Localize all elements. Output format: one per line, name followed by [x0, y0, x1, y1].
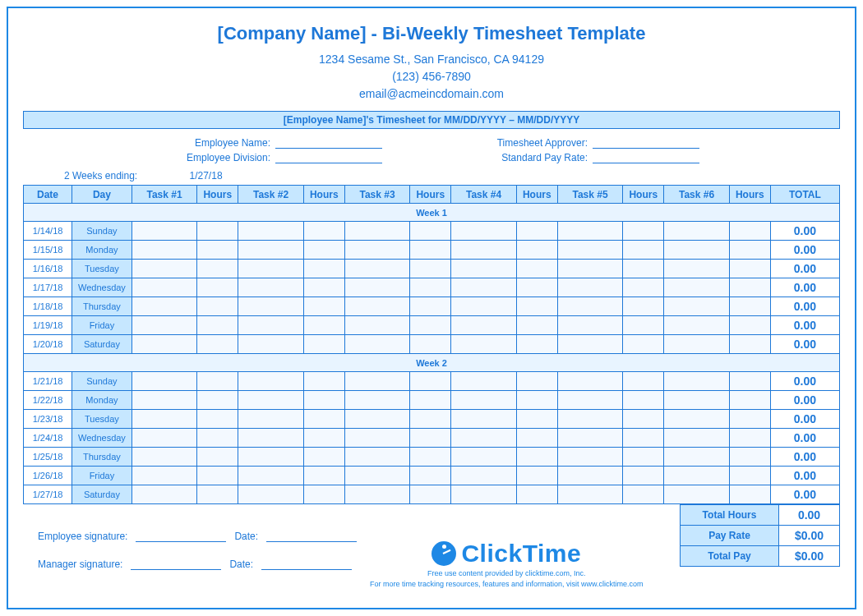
hours-cell[interactable] [410, 485, 451, 504]
hours-cell[interactable] [303, 485, 344, 504]
task-cell[interactable] [664, 372, 730, 391]
hours-cell[interactable] [197, 448, 238, 467]
task-cell[interactable] [344, 410, 410, 429]
hours-cell[interactable] [729, 429, 770, 448]
task-cell[interactable] [238, 316, 304, 335]
task-cell[interactable] [451, 485, 517, 504]
task-cell[interactable] [664, 410, 730, 429]
hours-cell[interactable] [729, 467, 770, 485]
task-cell[interactable] [451, 467, 517, 485]
task-cell[interactable] [238, 467, 304, 485]
task-cell[interactable] [451, 335, 517, 354]
pay-rate-input[interactable] [593, 152, 699, 163]
hours-cell[interactable] [729, 222, 770, 241]
task-cell[interactable] [344, 316, 410, 335]
task-cell[interactable] [557, 335, 623, 354]
hours-cell[interactable] [623, 372, 664, 391]
hours-cell[interactable] [303, 260, 344, 278]
hours-cell[interactable] [729, 448, 770, 467]
hours-cell[interactable] [303, 335, 344, 354]
hours-cell[interactable] [410, 335, 451, 354]
hours-cell[interactable] [729, 410, 770, 429]
task-cell[interactable] [344, 485, 410, 504]
task-cell[interactable] [344, 391, 410, 410]
manager-sign-date-line[interactable] [261, 559, 352, 570]
hours-cell[interactable] [410, 429, 451, 448]
hours-cell[interactable] [729, 278, 770, 297]
task-cell[interactable] [132, 391, 197, 410]
hours-cell[interactable] [197, 260, 238, 278]
task-cell[interactable] [451, 222, 517, 241]
hours-cell[interactable] [729, 316, 770, 335]
task-cell[interactable] [664, 297, 730, 316]
task-cell[interactable] [238, 278, 304, 297]
hours-cell[interactable] [410, 316, 451, 335]
hours-cell[interactable] [623, 467, 664, 485]
task-cell[interactable] [132, 278, 197, 297]
task-cell[interactable] [238, 335, 304, 354]
task-cell[interactable] [132, 429, 197, 448]
hours-cell[interactable] [410, 222, 451, 241]
task-cell[interactable] [557, 391, 623, 410]
task-cell[interactable] [132, 410, 197, 429]
task-cell[interactable] [557, 467, 623, 485]
hours-cell[interactable] [303, 316, 344, 335]
hours-cell[interactable] [729, 260, 770, 278]
task-cell[interactable] [557, 316, 623, 335]
task-cell[interactable] [132, 335, 197, 354]
task-cell[interactable] [557, 278, 623, 297]
manager-signature-line[interactable] [131, 559, 221, 570]
hours-cell[interactable] [197, 297, 238, 316]
task-cell[interactable] [451, 410, 517, 429]
hours-cell[interactable] [623, 335, 664, 354]
task-cell[interactable] [557, 222, 623, 241]
task-cell[interactable] [238, 222, 304, 241]
task-cell[interactable] [132, 222, 197, 241]
task-cell[interactable] [664, 485, 730, 504]
hours-cell[interactable] [197, 391, 238, 410]
hours-cell[interactable] [410, 278, 451, 297]
hours-cell[interactable] [197, 241, 238, 260]
hours-cell[interactable] [410, 241, 451, 260]
hours-cell[interactable] [410, 448, 451, 467]
task-cell[interactable] [451, 278, 517, 297]
task-cell[interactable] [132, 485, 197, 504]
task-cell[interactable] [557, 448, 623, 467]
task-cell[interactable] [344, 241, 410, 260]
task-cell[interactable] [451, 372, 517, 391]
hours-cell[interactable] [729, 485, 770, 504]
task-cell[interactable] [344, 372, 410, 391]
task-cell[interactable] [238, 241, 304, 260]
task-cell[interactable] [451, 316, 517, 335]
task-cell[interactable] [344, 278, 410, 297]
employee-name-input[interactable] [275, 137, 382, 149]
task-cell[interactable] [557, 372, 623, 391]
task-cell[interactable] [557, 297, 623, 316]
hours-cell[interactable] [303, 222, 344, 241]
task-cell[interactable] [238, 448, 304, 467]
hours-cell[interactable] [197, 429, 238, 448]
task-cell[interactable] [132, 467, 197, 485]
task-cell[interactable] [664, 260, 730, 278]
task-cell[interactable] [344, 260, 410, 278]
hours-cell[interactable] [303, 448, 344, 467]
hours-cell[interactable] [516, 448, 557, 467]
hours-cell[interactable] [197, 372, 238, 391]
hours-cell[interactable] [516, 241, 557, 260]
task-cell[interactable] [132, 297, 197, 316]
task-cell[interactable] [132, 260, 197, 278]
hours-cell[interactable] [729, 335, 770, 354]
hours-cell[interactable] [729, 372, 770, 391]
task-cell[interactable] [132, 448, 197, 467]
hours-cell[interactable] [729, 297, 770, 316]
hours-cell[interactable] [197, 335, 238, 354]
hours-cell[interactable] [410, 297, 451, 316]
hours-cell[interactable] [197, 316, 238, 335]
hours-cell[interactable] [516, 222, 557, 241]
hours-cell[interactable] [623, 222, 664, 241]
hours-cell[interactable] [623, 391, 664, 410]
task-cell[interactable] [664, 335, 730, 354]
hours-cell[interactable] [516, 467, 557, 485]
hours-cell[interactable] [197, 467, 238, 485]
task-cell[interactable] [557, 241, 623, 260]
